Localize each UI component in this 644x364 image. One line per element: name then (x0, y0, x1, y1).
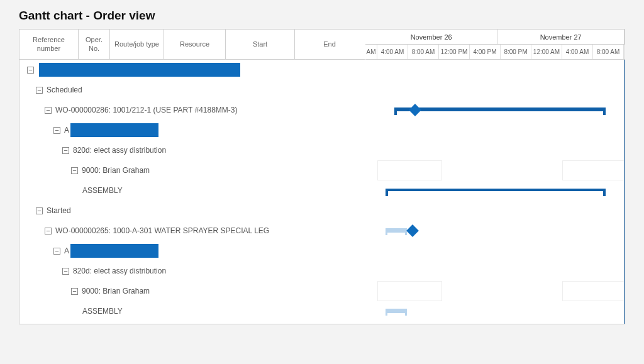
hour-cell: 12:00 AM (531, 45, 562, 59)
gantt-task-bar[interactable] (386, 189, 606, 191)
hour-cell: 8:00 AM (593, 45, 624, 59)
gantt-chart: Reference number Oper. No. Route/job typ… (19, 29, 625, 324)
gantt-left-panel: Reference number Oper. No. Route/job typ… (19, 30, 365, 324)
tree-row-scheduled[interactable]: − Scheduled (19, 80, 365, 100)
tree-label: A (64, 246, 69, 255)
tree-row-operation[interactable]: − 820d: elect assy distribution (19, 261, 365, 281)
redacted-block (70, 123, 158, 137)
gantt-timeline[interactable]: November 26 November 27 AM 4:00 AM 8:00 … (365, 30, 625, 324)
timeline-row (365, 201, 625, 221)
gantt-left-rows: − − Scheduled − WO-000000286: 1001/212-1… (19, 60, 365, 321)
tree-label: A (64, 126, 69, 135)
hour-cell: 8:00 AM (408, 45, 439, 59)
timeline-row (365, 261, 625, 281)
timeline-row (365, 80, 625, 100)
redacted-block (39, 63, 240, 77)
tree-label: WO-000000286: 1001/212-1 (USE PART #4188… (55, 106, 238, 114)
col-header-oper[interactable]: Oper. No. (79, 30, 110, 59)
tree-row-redacted[interactable]: − A (19, 241, 365, 261)
col-header-resource[interactable]: Resource (164, 30, 226, 59)
hour-cell: AM (365, 45, 377, 59)
timeline-edge-indicator (624, 60, 625, 324)
gantt-columns-header: Reference number Oper. No. Route/job typ… (19, 30, 365, 60)
collapse-icon[interactable]: − (62, 147, 69, 154)
day-header-row: November 26 November 27 (365, 30, 625, 45)
timeline-row (365, 140, 625, 160)
capacity-block (562, 160, 625, 180)
hour-cell: 12:00 PM (439, 45, 470, 59)
tree-label: 820d: elect assy distribution (73, 146, 166, 155)
collapse-icon[interactable]: − (53, 248, 60, 255)
milestone-icon[interactable] (406, 224, 419, 237)
timeline-row (365, 180, 625, 201)
tree-row-work-order[interactable]: − WO-000000265: 1000-A-301 WATER SPRAYER… (19, 221, 365, 241)
gantt-summary-bar[interactable] (394, 108, 606, 111)
tree-row-work-order[interactable]: − WO-000000286: 1001/212-1 (USE PART #41… (19, 100, 365, 120)
hour-cell: 4:00 PM (470, 45, 501, 59)
timeline-row (365, 221, 625, 241)
col-header-reference[interactable]: Reference number (19, 30, 79, 59)
tree-row-operation[interactable]: − 820d: elect assy distribution (19, 140, 365, 160)
collapse-icon[interactable]: − (45, 107, 52, 114)
tree-row-job[interactable]: ASSEMBLY (19, 180, 365, 201)
collapse-icon[interactable]: − (71, 288, 78, 295)
timeline-row (365, 120, 625, 140)
capacity-block (562, 281, 625, 301)
tree-row-redacted[interactable]: − A (19, 120, 365, 140)
tree-row-resource[interactable]: − 9000: Brian Graham (19, 160, 365, 180)
hour-cell: 4:00 AM (377, 45, 408, 59)
capacity-block (377, 160, 442, 180)
tree-label: Started (47, 206, 71, 215)
hour-cell: 8:00 PM (501, 45, 531, 59)
col-header-start[interactable]: Start (226, 30, 295, 59)
collapse-icon[interactable]: − (36, 87, 43, 94)
collapse-icon[interactable]: − (36, 207, 43, 214)
tree-row-job[interactable]: ASSEMBLY (19, 301, 365, 321)
gantt-summary-bar[interactable] (386, 228, 407, 233)
day-cell: November 27 (497, 30, 625, 44)
capacity-block (377, 281, 442, 301)
tree-label: 9000: Brian Graham (82, 287, 150, 295)
tree-label: 820d: elect assy distribution (73, 267, 166, 275)
milestone-icon[interactable] (409, 104, 421, 116)
tree-row-root[interactable]: − (19, 60, 365, 80)
timeline-row (365, 241, 625, 261)
collapse-icon[interactable]: − (45, 228, 52, 234)
timeline-row (365, 100, 625, 120)
collapse-icon[interactable]: − (27, 67, 34, 74)
collapse-icon[interactable]: − (71, 167, 78, 174)
page-title: Gantt chart - Order view (0, 0, 644, 29)
timeline-row (365, 281, 625, 301)
timeline-body[interactable] (365, 60, 625, 321)
redacted-block (70, 244, 158, 258)
tree-label: ASSEMBLY (82, 307, 123, 316)
timeline-row (365, 301, 625, 321)
gantt-task-bar[interactable] (386, 309, 407, 313)
hour-cell: 12:00 PM (624, 45, 625, 59)
day-cell: November 26 (365, 30, 497, 44)
tree-label: WO-000000265: 1000-A-301 WATER SPRAYER S… (55, 226, 269, 235)
timeline-row (365, 60, 625, 80)
time-header: November 26 November 27 AM 4:00 AM 8:00 … (365, 30, 625, 60)
col-header-routejob[interactable]: Route/job type (110, 30, 164, 59)
tree-row-resource[interactable]: − 9000: Brian Graham (19, 281, 365, 301)
collapse-icon[interactable]: − (53, 127, 60, 134)
tree-row-started[interactable]: − Started (19, 201, 365, 221)
col-header-end[interactable]: End (295, 30, 364, 59)
hour-header-row: AM 4:00 AM 8:00 AM 12:00 PM 4:00 PM 8:00… (365, 45, 625, 60)
tree-label: 9000: Brian Graham (82, 166, 150, 175)
tree-label: Scheduled (47, 85, 82, 94)
tree-label: ASSEMBLY (82, 186, 123, 195)
hour-cell: 4:00 AM (562, 45, 593, 59)
collapse-icon[interactable]: − (62, 268, 69, 275)
timeline-row (365, 160, 625, 180)
